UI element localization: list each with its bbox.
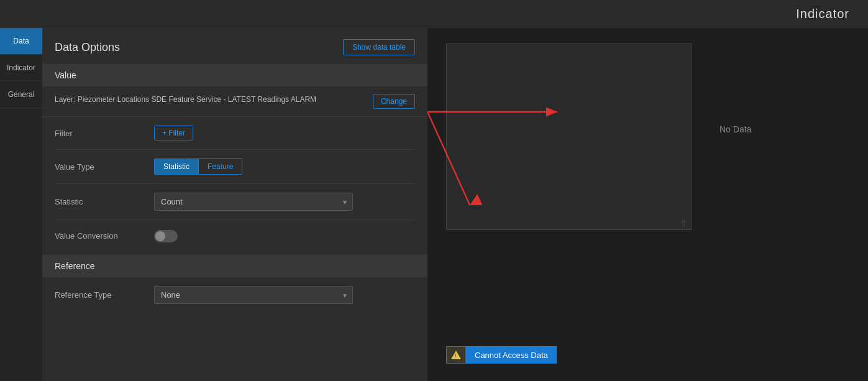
value-type-feature-button[interactable]: Feature: [199, 158, 242, 175]
value-type-row: Value Type Statistic Feature: [55, 150, 415, 184]
change-button[interactable]: Change: [373, 94, 415, 109]
reference-type-value: None Static Feature Statistics: [154, 286, 415, 304]
resize-handle[interactable]: ⣿: [682, 219, 686, 226]
statistic-select[interactable]: Count Sum Average Min Max: [154, 193, 353, 211]
sidebar-item-indicator[interactable]: Indicator: [0, 55, 42, 81]
value-conversion-value: [154, 229, 415, 242]
value-section-header: Value: [42, 64, 427, 86]
statistic-row: Statistic Count Sum Average Min Max: [55, 184, 415, 220]
warning-triangle-icon: [451, 351, 461, 359]
cannot-access-badge: Cannot Access Data: [446, 346, 557, 364]
sidebar: Data Indicator General: [0, 28, 42, 381]
statistic-select-wrapper: Count Sum Average Min Max: [154, 193, 353, 211]
statistic-label: Statistic: [55, 197, 154, 206]
panel-title: Data Options: [55, 41, 120, 54]
form-area: Filter + Filter Value Type Statistic Fea…: [42, 117, 427, 251]
main-layout: Data Indicator General Data Options Show…: [0, 28, 868, 381]
reference-form-area: Reference Type None Static Feature Stati…: [42, 277, 427, 313]
filter-value: + Filter: [154, 126, 415, 140]
layer-info-row: Layer: Piezometer Locations SDE Feature …: [42, 86, 427, 117]
add-filter-button[interactable]: + Filter: [154, 126, 193, 140]
app-title: Indicator: [796, 7, 849, 21]
show-data-table-button[interactable]: Show data table: [343, 39, 415, 55]
sidebar-item-general[interactable]: General: [0, 81, 42, 108]
value-conversion-toggle[interactable]: [154, 230, 178, 242]
reference-type-select-wrapper: None Static Feature Statistics: [154, 286, 353, 304]
value-type-label: Value Type: [55, 162, 154, 172]
reference-type-label: Reference Type: [55, 290, 154, 300]
preview-widget: ⣿: [446, 44, 692, 230]
statistic-value: Count Sum Average Min Max: [154, 193, 415, 211]
preview-area: ⣿ No Data Cannot Access Data: [427, 28, 868, 381]
filter-row: Filter + Filter: [55, 117, 415, 150]
value-type-group: Statistic Feature: [154, 158, 415, 175]
content-panel: Data Options Show data table Value Layer…: [42, 28, 427, 381]
filter-label: Filter: [55, 129, 154, 138]
reference-section-header: Reference: [42, 255, 427, 277]
reference-type-row: Reference Type None Static Feature Stati…: [55, 277, 415, 313]
value-conversion-row: Value Conversion: [55, 220, 415, 251]
no-data-label: No Data: [720, 124, 751, 134]
sidebar-item-data[interactable]: Data: [0, 28, 42, 55]
value-type-statistic-button[interactable]: Statistic: [154, 158, 199, 175]
top-bar: Indicator: [0, 0, 868, 28]
reference-type-select[interactable]: None Static Feature Statistics: [154, 286, 353, 304]
warning-icon-box: [446, 346, 466, 364]
value-conversion-label: Value Conversion: [55, 231, 154, 241]
layer-text: Layer: Piezometer Locations SDE Feature …: [55, 94, 365, 105]
panel-header: Data Options Show data table: [42, 28, 427, 64]
cannot-access-button[interactable]: Cannot Access Data: [466, 346, 557, 364]
